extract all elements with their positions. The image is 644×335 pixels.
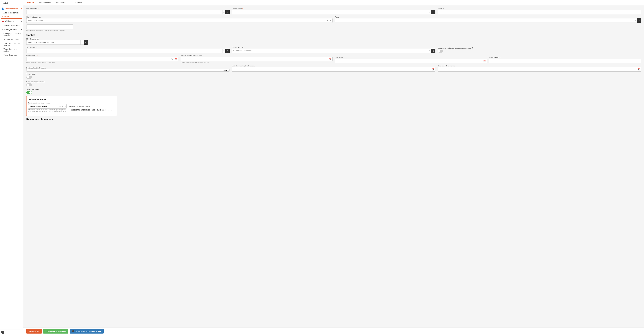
collaborateur-clear-btn[interactable]: × <box>428 10 431 14</box>
saisie-temps-select[interactable]: Temps hebdomadaire <box>28 104 61 108</box>
date-debut-input[interactable]: 01/04/2022 <box>26 57 170 61</box>
mode-saisie-clear-btn[interactable]: × <box>110 109 112 111</box>
config-header[interactable]: ⚙ Configuration ▾ <box>0 27 23 32</box>
mode-saisie-select[interactable]: Sélectionner un mode de saisie prévision… <box>69 108 110 112</box>
contrat-precedent-input-group: × ⊕ <box>232 48 435 53</box>
tab-remuneration[interactable]: Rémunération <box>54 0 70 6</box>
date-fin-essai-input[interactable] <box>232 67 431 72</box>
administration-header[interactable]: 👤 Administration ▾ <box>0 6 23 11</box>
tab-general[interactable]: Général <box>25 0 36 6</box>
date-debut-calendar-btn[interactable]: 📅 <box>174 57 178 61</box>
sidebar-item-articles-contrats[interactable]: Articles des contrats <box>0 11 23 15</box>
person-icon: 👤 <box>2 8 4 10</box>
group-annualisation: Soumis à l'annualisation ? <box>26 81 641 87</box>
administration-label: Administration <box>5 8 18 10</box>
type-contrat-clear-btn[interactable]: × <box>222 48 226 53</box>
temps-partiel-toggle[interactable] <box>26 76 32 79</box>
sidebar-item-types-contrats-vehicule[interactable]: Types de contrats de véhicule <box>0 42 23 47</box>
search-input[interactable] <box>1 1 22 5</box>
sidebar-item-contrats-vehicule[interactable]: Contrats de véhicule <box>0 24 23 27</box>
row-annualisation: Soumis à l'annualisation ? <box>26 81 641 87</box>
matricule-input[interactable]: 00005 <box>438 10 641 14</box>
group-date-debut: Date de début * 01/04/2022 ✎ 📅 Alimente … <box>26 55 178 63</box>
masquer-contrat-toggle-wrapper <box>438 50 641 53</box>
car-icon: 🚗 <box>2 20 4 22</box>
ressources-humaines-title: Ressources humaines <box>26 118 641 121</box>
sidebar-item-types-contrats-sociaux[interactable]: Types de contrats sociaux <box>0 47 23 53</box>
date-debut-contrat-initial-calendar-btn[interactable]: 📅 <box>328 57 332 61</box>
site-contractuel-action-btn[interactable]: ➚ <box>226 10 230 14</box>
type-contrat-action-btn[interactable]: ➚ <box>226 48 230 53</box>
site-custom-input[interactable] <box>26 24 73 29</box>
mois-btn[interactable]: Mois ▾ <box>223 70 230 72</box>
contrat-precedent-clear-btn[interactable]: × <box>428 48 431 53</box>
date-debut-edit-icon[interactable]: ✎ <box>170 57 174 61</box>
modele-contrat-input[interactable] <box>26 40 80 45</box>
duree-input-group: Mois ▾ <box>26 69 230 72</box>
contrat-precedent-action-btn[interactable]: ⊕ <box>431 48 436 53</box>
group-mode-saisie-previsionnelle: Mode de saisie prévisionnelle Sélectionn… <box>69 106 115 112</box>
collaborateur-action-btn[interactable]: ➚ <box>431 10 436 14</box>
site-contractuel-input-group: CHOCO&CO × ➚ <box>26 10 230 14</box>
tickets-restaurant-toggle[interactable] <box>26 91 32 94</box>
tab-horaires-jours[interactable]: Horaires/Jours <box>36 0 54 6</box>
annualisation-slider <box>26 84 32 86</box>
date-fin-input[interactable] <box>335 59 482 63</box>
saisie-temps-clear-btn[interactable]: × <box>61 105 64 108</box>
poste-clear-btn[interactable]: × <box>634 18 637 23</box>
group-tickets-restaurant: Tickets restaurant ? <box>26 88 641 94</box>
group-type-contrat: Type de contrat * Contrat à durée indéte… <box>26 46 230 53</box>
temps-partiel-label: Temps partiel ? <box>26 73 641 75</box>
site-rattachement-dropdown-icon[interactable]: ▾ <box>329 18 332 23</box>
annualisation-label: Soumis à l'annualisation ? <box>26 81 641 83</box>
sidebar-item-modeles-contrats[interactable]: Modèles de contrats <box>0 38 23 42</box>
row-type-contrat: Type de contrat * Contrat à durée indéte… <box>26 46 641 53</box>
contrat-precedent-input[interactable] <box>232 48 428 53</box>
annualisation-toggle[interactable] <box>26 84 32 86</box>
site-hint-text: Utiliser ce champ si le site n'est pas p… <box>26 30 65 32</box>
motif-rupture-input[interactable] <box>489 59 641 63</box>
save-back-button[interactable]: ⬛ Sauvegarder et revenir à la liste <box>70 329 104 334</box>
settings-icon: ⚙ <box>2 28 3 30</box>
modele-contrat-action-btn[interactable]: ⊕ <box>84 40 88 45</box>
sidebar-item-types-contrats[interactable]: Types de contrats <box>0 53 23 57</box>
date-prevenance-calendar-btn[interactable]: 📅 <box>636 67 641 72</box>
poste-input[interactable]: Responsable Administrative <box>335 18 634 23</box>
group-date-debut-contrat-initial: Date de début du contrat initial 📅 Perme… <box>180 55 332 63</box>
annualisation-toggle-wrapper <box>26 84 641 87</box>
type-contrat-input[interactable]: Contrat à durée indéterminée <box>26 48 222 53</box>
vehicles-label: Véhicules <box>5 20 14 22</box>
sidebar-item-contrats[interactable]: Contrats <box>1 15 22 18</box>
collaborateur-input[interactable]: Marie CITRON <box>232 10 428 14</box>
date-debut-contrat-initial-input[interactable] <box>180 57 328 61</box>
save-button[interactable]: Sauvegarder <box>26 329 42 334</box>
mode-saisie-select-group: Sélectionner un mode de saisie prévision… <box>69 108 115 112</box>
group-matricule: Matricule * 00005 <box>438 8 641 14</box>
sidebar-item-champs-personnalises[interactable]: Champs personnalisés contrats <box>0 32 23 38</box>
save-add-button[interactable]: + Sauvegarder et ajouter <box>43 329 68 334</box>
group-masquer-contrat: Masquer ce contrat sur le registre du pe… <box>438 47 641 53</box>
site-rattachement-input-group: × ▾ <box>26 18 332 23</box>
site-contractuel-input[interactable]: CHOCO&CO <box>26 10 222 14</box>
collaborateur-input-group: Marie CITRON × ➚ <box>232 10 435 14</box>
tab-documents[interactable]: Documents <box>70 0 85 6</box>
main-content: Général Horaires/Jours Rémunération Docu… <box>24 0 644 335</box>
site-contractuel-clear-btn[interactable]: × <box>222 10 226 14</box>
group-contrat-precedent: Contrat précédent × ⊕ <box>232 46 435 53</box>
tickets-restaurant-slider <box>26 91 32 94</box>
vehicles-header[interactable]: 🚗 Véhicules ▾ <box>0 19 23 24</box>
site-rattachement-clear-btn[interactable]: × <box>326 18 329 23</box>
modele-contrat-clear-btn[interactable]: × <box>80 40 84 45</box>
site-rattachement-input[interactable] <box>26 18 326 23</box>
row-site-custom <box>26 24 641 29</box>
row-dates: Date de début * 01/04/2022 ✎ 📅 Alimente … <box>26 55 641 63</box>
duree-input[interactable] <box>26 69 223 72</box>
poste-input-group: Responsable Administrative × ➚ <box>335 18 641 23</box>
date-fin-essai-calendar-btn[interactable]: 📅 <box>431 67 436 72</box>
date-fin-calendar-btn[interactable]: 📅 <box>482 59 487 63</box>
poste-action-btn[interactable]: ➚ <box>637 18 641 23</box>
date-prevenance-input[interactable] <box>438 67 636 72</box>
sidebar-add-button[interactable]: + <box>1 330 4 334</box>
masquer-contrat-toggle[interactable] <box>438 50 443 52</box>
vehicles-chevron-icon: ▾ <box>21 20 22 22</box>
